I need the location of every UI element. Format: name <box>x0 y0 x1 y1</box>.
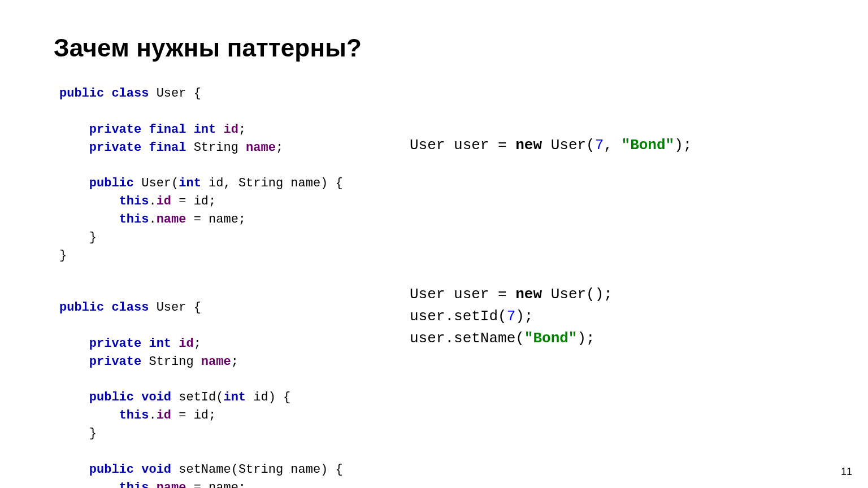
punct: ; <box>238 123 246 137</box>
left-column: public class User { private final int id… <box>54 85 410 488</box>
number: 7 <box>595 137 604 154</box>
punct: { <box>186 300 201 315</box>
punct: . <box>149 212 156 226</box>
field: name <box>246 141 276 155</box>
ident: User <box>551 286 586 303</box>
code: = id; <box>171 408 216 422</box>
kw: public <box>89 176 134 190</box>
kw: private <box>89 337 141 351</box>
code: = id; <box>171 194 216 208</box>
punct: ( <box>231 463 238 477</box>
punct: = <box>489 286 515 303</box>
field: name <box>201 355 231 369</box>
punct: id) { <box>246 390 290 404</box>
kw: class <box>111 86 149 101</box>
punct: ; <box>231 355 238 369</box>
kw: public <box>59 300 104 315</box>
kw: int <box>194 123 216 137</box>
field: id <box>223 123 238 137</box>
number: 7 <box>507 308 516 325</box>
spacer <box>410 85 814 134</box>
kw: new <box>515 137 542 154</box>
content-columns: public class User { private final int id… <box>54 85 814 488</box>
kw: int <box>223 390 246 404</box>
kw: public <box>89 390 134 404</box>
field: name <box>157 481 186 488</box>
string: "Bond" <box>524 330 578 347</box>
punct: ( <box>498 308 507 325</box>
usage-block-1: User user = new User(7, "Bond"); <box>410 134 814 156</box>
punct: . <box>149 408 156 422</box>
param: name <box>290 176 320 190</box>
kw: private <box>89 355 141 369</box>
spacer <box>410 156 814 284</box>
punct: ; <box>194 337 201 351</box>
ident: User <box>157 300 186 315</box>
type: String <box>149 355 193 369</box>
punct: } <box>89 426 97 441</box>
punct: . <box>445 308 454 325</box>
kw: public <box>59 86 104 101</box>
var: user <box>454 137 489 154</box>
kw: final <box>149 123 186 137</box>
code: = name; <box>186 481 246 488</box>
kw: int <box>149 337 171 351</box>
punct: . <box>149 481 156 488</box>
field: name <box>157 212 186 226</box>
punct: ( <box>171 176 179 190</box>
punct: . <box>445 330 454 347</box>
code-block-2: public class User { private int id; priv… <box>59 299 410 488</box>
punct: = <box>489 137 515 154</box>
method: setName <box>454 330 515 347</box>
type: String <box>194 141 238 155</box>
punct: ( <box>515 330 524 347</box>
page-number: 11 <box>841 466 852 478</box>
param: id <box>209 176 223 190</box>
punct: ; <box>276 141 283 155</box>
punct: , <box>604 137 621 154</box>
field: id <box>157 194 171 208</box>
kw: new <box>515 286 542 303</box>
kw: int <box>179 176 201 190</box>
kw: void <box>141 390 171 404</box>
spacer <box>59 265 410 299</box>
code: = name; <box>186 212 246 226</box>
type: User <box>410 286 445 303</box>
slide-title: Зачем нужны паттерны? <box>54 34 814 62</box>
kw: this <box>119 481 149 488</box>
code-block-1: public class User { private final int id… <box>59 85 410 265</box>
type: User <box>410 137 445 154</box>
ident: User <box>141 176 171 190</box>
string: "Bond" <box>622 137 675 154</box>
field: id <box>157 408 171 422</box>
punct: , <box>223 176 238 190</box>
kw: class <box>111 300 149 315</box>
punct: { <box>186 86 201 101</box>
punct: . <box>149 194 156 208</box>
type: String <box>238 176 283 190</box>
punct: ); <box>577 330 594 347</box>
slide: Зачем нужны паттерны? public class User … <box>0 0 868 488</box>
field: id <box>179 337 193 351</box>
type: String <box>238 463 283 477</box>
kw: public <box>89 463 134 477</box>
kw: private <box>89 123 141 137</box>
punct: } <box>59 249 67 263</box>
kw: this <box>119 408 149 422</box>
var: user <box>410 330 445 347</box>
kw: private <box>89 141 141 155</box>
punct: ); <box>515 308 533 325</box>
method: setName <box>179 463 231 477</box>
kw: final <box>149 141 186 155</box>
right-column: User user = new User(7, "Bond"); User us… <box>410 85 814 488</box>
punct: ( <box>216 390 223 404</box>
method: setId <box>454 308 498 325</box>
var: user <box>454 286 489 303</box>
punct: ); <box>674 137 692 154</box>
kw: this <box>119 194 149 208</box>
punct: } <box>89 230 97 245</box>
kw: void <box>141 463 171 477</box>
method: setId <box>179 390 216 404</box>
usage-block-2: User user = new User(); user.setId(7); u… <box>410 284 814 350</box>
punct: ( <box>586 137 595 154</box>
